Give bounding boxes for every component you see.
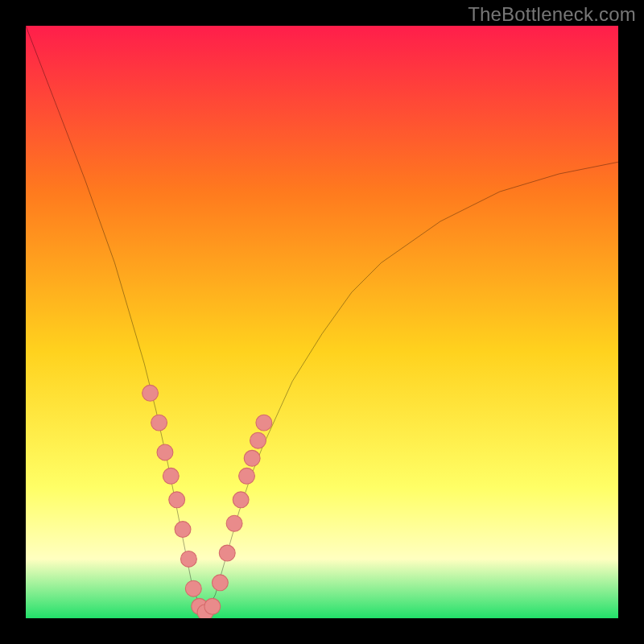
marker-dot — [142, 385, 159, 401]
marker-dot — [204, 598, 221, 614]
watermark-text: TheBottleneck.com — [468, 3, 636, 26]
marker-dot — [219, 545, 235, 561]
marker-dot — [180, 551, 196, 567]
marker-dot — [244, 450, 260, 466]
marker-dot — [151, 415, 167, 431]
marker-dot — [239, 468, 255, 484]
marker-dot — [169, 492, 185, 508]
marker-dot — [163, 468, 179, 484]
marker-dot — [256, 415, 272, 431]
outer-frame: TheBottleneck.com — [0, 0, 644, 644]
gradient-background — [26, 26, 618, 618]
marker-dot — [250, 432, 266, 448]
marker-dot — [185, 580, 201, 597]
chart-canvas — [26, 26, 618, 618]
marker-dot — [226, 515, 242, 531]
marker-dot — [157, 444, 173, 460]
marker-dot — [233, 492, 249, 508]
marker-dot — [175, 522, 191, 538]
marker-dot — [212, 575, 228, 591]
